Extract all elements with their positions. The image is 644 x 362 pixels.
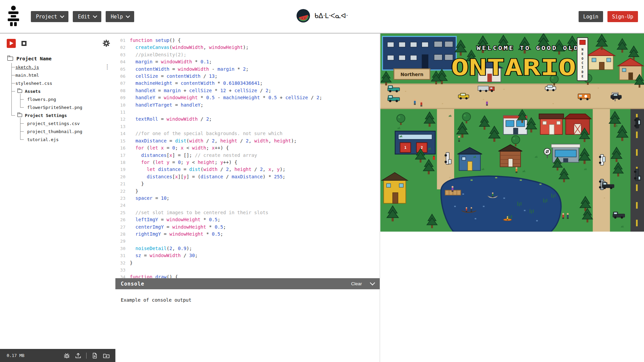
chevron-down-icon: [93, 14, 97, 18]
line-number: 10: [115, 102, 125, 109]
editor-column: 01function setup() {02 createCanvas(wind…: [115, 34, 380, 362]
code-line: 01function setup() {: [115, 37, 380, 44]
login-button[interactable]: Login: [579, 11, 603, 22]
stop-sketch-button[interactable]: [19, 39, 29, 48]
menu-bar: Project Edit Help: [31, 11, 134, 22]
code-editor[interactable]: 01function setup() {02 createCanvas(wind…: [115, 34, 380, 282]
file-label: stylesheet.css: [15, 81, 52, 86]
console-clear-button[interactable]: Clear: [351, 281, 362, 286]
tractor-trailer: [478, 86, 494, 92]
code-line: 17 distances[x] = []; // create nested a…: [115, 152, 380, 159]
code-line: 11: [115, 109, 380, 116]
line-number: 12: [115, 116, 125, 123]
file-item-project-thumbnail.png[interactable]: project_thumbnail.png: [5, 127, 113, 135]
line-number: 23: [115, 195, 125, 202]
gear-icon: [102, 39, 111, 48]
pixel-town-illustration: Northern: [380, 34, 644, 232]
line-number: 06: [115, 73, 125, 80]
file-label: project_thumbnail.png: [27, 129, 82, 134]
code-line: 33: [115, 266, 380, 274]
line-number: 28: [115, 231, 125, 238]
file-label: flowerSpriteSheet.png: [27, 105, 82, 110]
project-name-label: Project Name: [16, 56, 52, 61]
file-item-tutorial.ejs[interactable]: tutorial.ejs: [5, 135, 113, 143]
code-line: 14 //for one of the special backgrounds.…: [115, 130, 380, 137]
chevron-down-icon: [126, 14, 130, 18]
line-number: 29: [115, 238, 125, 245]
brand-syllabics-text: ᑲᐃᐧᒪᐧᐸᓇᐊᐧ: [314, 12, 348, 20]
watermelon-logo-icon: [296, 9, 310, 23]
file-item-stylesheet.css[interactable]: stylesheet.css: [5, 79, 113, 87]
project-menu-label: Project: [36, 14, 57, 20]
file-item-main.html[interactable]: main.html: [5, 71, 113, 79]
bug-icon[interactable]: [63, 352, 70, 359]
sketch-preview-canvas[interactable]: Northern: [380, 34, 644, 232]
code-line: 06 cellSize = contentWidth / 13;: [115, 73, 380, 80]
console-collapse-icon[interactable]: [370, 280, 375, 286]
code-line: 29: [115, 238, 380, 245]
code-line: 23 spacer = 10;: [115, 195, 380, 202]
console-body: Example of console output: [115, 289, 380, 362]
line-number: 02: [115, 44, 125, 51]
file-label: Assets: [25, 89, 41, 94]
file-label: main.html: [15, 73, 39, 78]
line-number: 21: [115, 180, 125, 187]
shop-canopy: [551, 144, 580, 162]
asphalt-road: [631, 95, 644, 232]
file-item-flowerspritesheet.png[interactable]: flowerSpriteSheet.png: [5, 103, 113, 111]
code-line: 02 createCanvas(windowWidth, windowHeigh…: [115, 44, 380, 51]
help-menu-button[interactable]: Help: [106, 11, 134, 22]
line-number: 19: [115, 166, 125, 173]
file-item-assets[interactable]: Assets: [5, 87, 113, 95]
code-line: 27 centerImgY = windowHeight * 0.5;: [115, 224, 380, 231]
file-item-project-settings[interactable]: Project Settings: [5, 111, 113, 119]
file-label: project_settings.csv: [27, 121, 80, 126]
file-item-flowers.png[interactable]: flowers.png: [5, 95, 113, 103]
upload-icon[interactable]: [75, 352, 82, 359]
project-size-label: 0.17 MB: [7, 353, 24, 358]
code-line: 28 rightImgY = windowHeight * 0.5;: [115, 231, 380, 238]
run-sketch-button[interactable]: [7, 39, 16, 48]
project-name-header[interactable]: Project Name: [5, 54, 113, 63]
file-item-project-settings.csv[interactable]: project_settings.csv: [5, 119, 113, 127]
file-label: tutorial.ejs: [27, 137, 59, 142]
file-options-kebab-icon[interactable]: ⋮: [104, 63, 110, 70]
code-line: 16 for (let x = 0; x < width; x++) {: [115, 144, 380, 152]
signup-button[interactable]: Sign-Up: [607, 11, 638, 22]
line-number: 30: [115, 245, 125, 252]
line-number: 33: [115, 266, 125, 274]
brand[interactable]: ᑲᐃᐧᒪᐧᐸᓇᐊᐧ: [296, 9, 348, 23]
edit-menu-label: Edit: [78, 14, 90, 20]
play-icon: [10, 41, 13, 45]
line-number: 03: [115, 51, 125, 58]
icon-divider: [86, 353, 87, 359]
line-number: 26: [115, 216, 125, 223]
line-number: 01: [115, 37, 125, 44]
settings-gear-button[interactable]: [102, 39, 111, 48]
app-window: Project Edit Help ᑲᐃ: [0, 0, 644, 362]
folder-icon: [17, 114, 22, 117]
code-line: 12 textRoll = windowWidth / 2;: [115, 116, 380, 123]
auth-buttons: Login Sign-Up: [579, 11, 638, 22]
line-number: 20: [115, 173, 125, 180]
code-line: 03 //pixelDensity(2);: [115, 51, 380, 58]
chevron-down-icon: [60, 14, 64, 18]
code-line: 07 machineHeight = contentWidth * 0.6180…: [115, 80, 380, 87]
line-number: 05: [115, 66, 125, 73]
edit-menu-button[interactable]: Edit: [73, 11, 101, 22]
blue-building: [382, 37, 456, 70]
app-logo-icon[interactable]: [6, 5, 21, 27]
line-number: 17: [115, 152, 125, 159]
console-header: Console Clear: [115, 278, 380, 289]
fire-door-number: 1: [404, 145, 407, 150]
code-line: 32}: [115, 259, 380, 266]
house-salmon: [539, 114, 564, 134]
file-item-sketch.js[interactable]: sketch.js⋮: [5, 63, 113, 71]
new-folder-icon[interactable]: [103, 352, 110, 359]
red-barn: [564, 114, 591, 134]
new-file-icon[interactable]: [91, 352, 98, 359]
code-line: 24: [115, 202, 380, 209]
sidebar-bottom-bar: 0.17 MB: [0, 349, 115, 362]
project-menu-button[interactable]: Project: [31, 11, 68, 22]
code-line: 31 sz = windowWidth / 30;: [115, 252, 380, 259]
